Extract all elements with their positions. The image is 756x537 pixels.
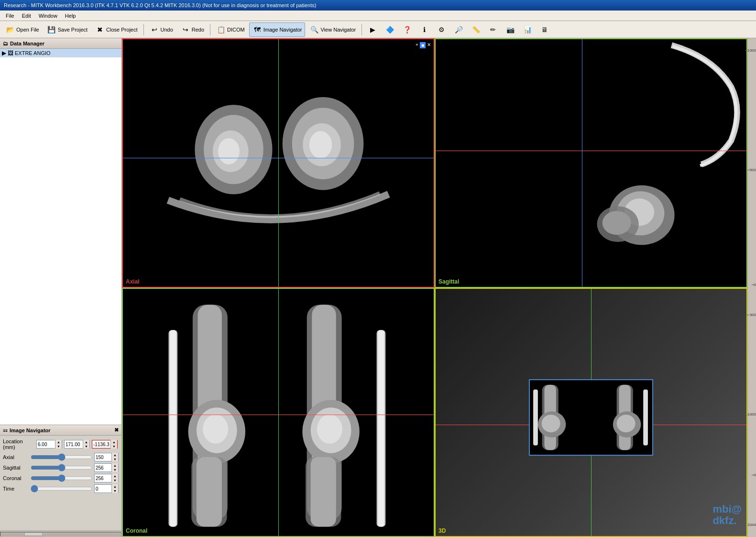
nav-close-icon[interactable]: ✖ (114, 427, 119, 433)
axial-toolbar: + ■ ✕ (416, 42, 431, 48)
image-navigator: ⚏ Image Navigator ✖ Location (mm) ▲ ▼ (0, 425, 121, 530)
sagittal-view[interactable]: Sagittal (435, 38, 747, 288)
tool1-button[interactable]: ▶ (364, 22, 381, 37)
location-x-input[interactable] (37, 440, 55, 448)
image-navigator-icon: 🗺 (252, 25, 262, 34)
location-y-input[interactable] (65, 440, 83, 448)
location-y-down[interactable]: ▼ (83, 444, 89, 449)
menu-file[interactable]: File (2, 12, 18, 20)
coronal-slider[interactable] (31, 474, 92, 482)
svg-point-8 (309, 131, 332, 158)
sagittal-spinbox[interactable]: ▲ ▼ (94, 463, 119, 472)
location-z-up[interactable]: ▲ (110, 440, 117, 444)
annotate-button[interactable]: ✏ (485, 22, 501, 37)
zoom-button[interactable]: 🔎 (450, 22, 467, 37)
coronal-view[interactable]: Coronal (122, 288, 435, 537)
measure-button[interactable]: 📏 (468, 22, 484, 37)
threed-view[interactable]: mbi@dkfz. 3D (435, 288, 747, 537)
coronal-up[interactable]: ▲ (111, 474, 118, 478)
view-navigator-icon: 🔍 (309, 25, 319, 34)
menu-edit[interactable]: Edit (18, 12, 35, 20)
info-button[interactable]: ℹ (416, 22, 432, 37)
axial-close-icon[interactable]: ✕ (427, 42, 431, 48)
time-row: Time ▲ ▼ (3, 484, 119, 493)
axial-view[interactable]: + ■ ✕ Axial (122, 38, 435, 288)
axial-plus-icon[interactable]: + (416, 42, 418, 48)
undo-icon: ↩ (150, 25, 159, 34)
location-y-up[interactable]: ▲ (83, 440, 89, 444)
location-x-up[interactable]: ▲ (55, 440, 62, 444)
svg-rect-44 (643, 389, 648, 445)
axial-spinbox[interactable]: ▲ ▼ (94, 453, 119, 461)
axial-square-icon[interactable]: ■ (420, 42, 426, 48)
view-column-left: + ■ ✕ Axial (122, 38, 435, 537)
svg-rect-28 (445, 39, 737, 287)
close-project-button[interactable]: ✖ Close Project (92, 22, 141, 37)
open-file-button[interactable]: 📂 Open File (2, 22, 43, 37)
svg-rect-25 (170, 330, 176, 526)
sagittal-down[interactable]: ▼ (111, 468, 118, 472)
sagittal-input[interactable] (95, 464, 111, 471)
image-navigator-button[interactable]: 🗺 Image Navigator (249, 22, 306, 37)
view-navigator-button[interactable]: 🔍 View Navigator (306, 22, 359, 37)
screenshot-button[interactable]: 📷 (502, 22, 518, 37)
time-down[interactable]: ▼ (111, 489, 118, 493)
time-spinbox[interactable]: ▲ ▼ (94, 484, 119, 493)
undo-button[interactable]: ↩ Undo (146, 22, 176, 37)
axial-row: Axial ▲ ▼ (3, 453, 119, 461)
location-x-spinbtns: ▲ ▼ (55, 440, 62, 449)
time-up[interactable]: ▲ (111, 484, 118, 489)
svg-point-38 (542, 415, 560, 432)
image-navigator-header: ⚏ Image Navigator ✖ (0, 425, 121, 436)
location-x-box[interactable]: ▲ ▼ (36, 440, 62, 449)
help-button[interactable]: ❓ (399, 22, 415, 37)
coronal-down[interactable]: ▼ (111, 478, 118, 482)
location-x-down[interactable]: ▼ (55, 444, 62, 449)
axial-down[interactable]: ▼ (111, 457, 118, 461)
bottom-scrollbar[interactable] (0, 530, 121, 537)
axial-label: Axial (3, 454, 29, 460)
axial-slider[interactable] (31, 453, 92, 461)
display-button[interactable]: 🖥 (537, 22, 553, 37)
scroll-thumb[interactable] (24, 532, 43, 536)
time-input[interactable] (95, 485, 111, 493)
location-z-box[interactable]: ▲ ▼ (92, 440, 118, 449)
location-z-down[interactable]: ▼ (110, 444, 117, 449)
menu-help[interactable]: Help (61, 12, 80, 20)
chart-button[interactable]: 📊 (519, 22, 536, 37)
tool2-button[interactable]: 🔷 (382, 22, 398, 37)
screenshot-icon: 📷 (505, 25, 515, 34)
tree-expand-icon: ▶ (2, 50, 6, 56)
svg-point-42 (617, 415, 635, 432)
data-manager-title: Data Manager (10, 41, 44, 46)
save-project-button[interactable]: 💾 Save Project (44, 22, 91, 37)
dicom-button[interactable]: 📋 DICOM (213, 22, 248, 37)
settings-button[interactable]: ⚙ (433, 22, 449, 37)
svg-rect-27 (378, 330, 384, 526)
main-layout: 🗂 Data Manager ▶ 🖼 EXTRE ANGIO ⚏ Image N… (0, 38, 756, 537)
axial-crosshair-v (278, 39, 279, 287)
coronal-input[interactable] (95, 474, 111, 482)
location-y-box[interactable]: ▲ ▼ (64, 440, 90, 449)
menu-window[interactable]: Window (35, 12, 61, 20)
coronal-spinbox[interactable]: ▲ ▼ (94, 474, 119, 482)
chart-icon: 📊 (523, 25, 532, 34)
sagittal-up[interactable]: ▲ (111, 463, 118, 468)
coronal-label: Coronal (3, 475, 29, 481)
time-slider[interactable] (31, 485, 92, 493)
menu-bar: File Edit Window Help (0, 11, 756, 21)
location-row: Location (mm) ▲ ▼ ▲ ▼ (3, 438, 119, 450)
scroll-track[interactable] (0, 532, 121, 537)
tree-item-extre-angio[interactable]: ▶ 🖼 EXTRE ANGIO (0, 49, 121, 57)
zoom-icon: 🔎 (454, 25, 463, 34)
sagittal-slider[interactable] (31, 464, 92, 471)
axial-up[interactable]: ▲ (111, 453, 118, 457)
coronal-spinbtns: ▲ ▼ (111, 474, 118, 482)
location-label: Location (mm) (3, 438, 33, 450)
data-manager-content: ▶ 🖼 EXTRE ANGIO (0, 49, 121, 425)
location-z-input[interactable] (92, 440, 110, 448)
axial-input[interactable] (95, 453, 111, 461)
toolbar-separator-2 (210, 24, 210, 35)
data-manager-icon: 🗂 (3, 41, 8, 46)
redo-button[interactable]: ↪ Redo (177, 22, 208, 37)
